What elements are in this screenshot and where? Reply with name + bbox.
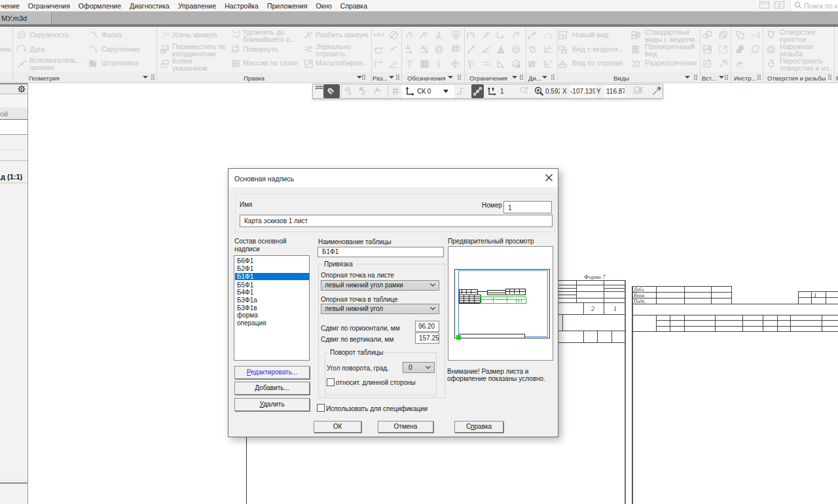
svg-text:?: ?	[548, 44, 551, 50]
svg-text:?: ?	[531, 46, 534, 52]
svg-text:?: ?	[549, 35, 552, 41]
svg-text:?: ?	[534, 60, 537, 65]
svg-text:?: ?	[534, 29, 537, 35]
svg-text:?: ?	[549, 59, 553, 65]
